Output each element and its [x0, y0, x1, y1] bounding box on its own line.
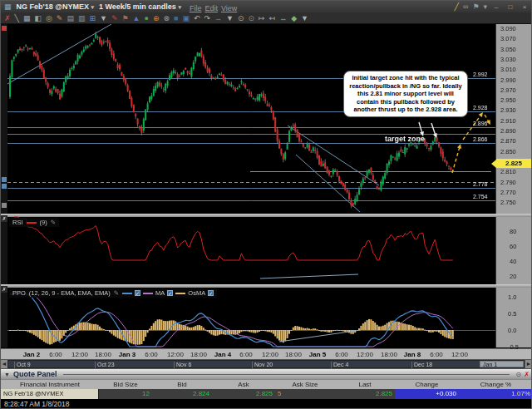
snap-right-tool-icon[interactable]: ↤: [269, 14, 276, 22]
ask-size-cell[interactable]: 5: [275, 389, 335, 399]
ellipse-tool-icon[interactable]: ◎: [46, 14, 52, 22]
level-price-label: 2.866: [473, 136, 488, 142]
change-cell[interactable]: +0.030: [395, 389, 459, 399]
close-button[interactable]: ×: [520, 3, 530, 11]
chart-annotation-note[interactable]: Initial target zone hit with the typical…: [343, 71, 468, 117]
ppo-close-button[interactable]: ✗: [1, 286, 7, 293]
flag-tool-icon[interactable]: ⚑: [121, 14, 128, 22]
price-axis-tick: 2.790: [500, 179, 516, 186]
flag-dropdown-arrow[interactable]: ▾: [483, 2, 487, 11]
level-price-label: 2.778: [473, 181, 488, 187]
scrollbar-date-label: Dec 4: [331, 362, 348, 368]
layout-tool-icon[interactable]: ▥: [78, 14, 86, 22]
wrench-icon[interactable]: ╱: [455, 2, 459, 11]
time-axis[interactable]: Jan 26:0012:0018:00Jan 36:0012:0018:00Ja…: [1, 348, 532, 359]
menu-edit[interactable]: Edit: [204, 4, 218, 12]
ppo-axis-tick: 1.0: [508, 293, 516, 301]
last-cell[interactable]: 2.825: [335, 389, 395, 399]
chart-scrollbar[interactable]: ◄ Jan 1 Oct 9Oct 23Nov 6Nov 20Dec 4Dec 1…: [1, 359, 532, 369]
dropdown-arrow2-icon[interactable]: ▼: [226, 14, 234, 22]
column-header-ask[interactable]: Ask: [212, 381, 275, 388]
quote-settings-icon[interactable]: ⊙: [516, 371, 522, 378]
ppo-legend-checkbox-2[interactable]: ✓: [208, 290, 214, 296]
triangle-tool-icon[interactable]: ▲: [133, 14, 140, 22]
time-axis-tick: 18:00: [190, 351, 207, 358]
symbol-title[interactable]: NG Feb'18 @NYMEX ▾: [17, 2, 94, 11]
column-header-financial-instrument[interactable]: Financial Instrument: [1, 381, 99, 388]
scrollbar-track[interactable]: Jan 1 Oct 9Oct 23Nov 6Nov 20Dec 4Dec 18: [7, 360, 525, 368]
rsi-header[interactable]: RSI (9) ✎: [9, 218, 59, 227]
flag-icon[interactable]: ⚑: [472, 2, 479, 11]
price-axis-tick: 2.910: [500, 117, 516, 125]
add-chart-tool-icon[interactable]: ⊞: [89, 14, 96, 22]
rsi-axis-tick: 80: [510, 228, 516, 235]
notes-tool-icon[interactable]: ▤: [66, 14, 74, 22]
column-header-change[interactable]: Change: [395, 381, 459, 388]
scroll-right-arrow[interactable]: ►: [525, 360, 532, 368]
scrollbar-thumb[interactable]: Jan 1: [480, 361, 524, 367]
bid-cell[interactable]: 2.824: [152, 389, 212, 399]
scroll-left-arrow[interactable]: ◄: [1, 360, 7, 368]
price-axis-tick: 3.090: [500, 25, 516, 32]
ask-cell[interactable]: 2.825: [212, 389, 275, 399]
grid-tool-icon[interactable]: ▦: [23, 14, 31, 22]
timeframe-title[interactable]: 1 Week/5 min candles ▾: [99, 2, 181, 11]
delete-tool-icon[interactable]: ✗: [4, 14, 11, 22]
minimize-button[interactable]: –: [491, 3, 501, 11]
rsi-close-button[interactable]: ✗: [1, 215, 7, 222]
instrument-cell[interactable]: NG Feb'18 @NYMEX: [1, 389, 99, 399]
arrow-tool-icon[interactable]: →: [214, 14, 222, 22]
price-axis-tick: 2.970: [500, 86, 516, 94]
column-header-last[interactable]: Last: [335, 381, 395, 388]
menu-view[interactable]: View: [221, 4, 237, 12]
undo-icon[interactable]: ↶: [194, 14, 200, 22]
marker-tool-icon[interactable]: ✎: [111, 14, 118, 22]
rsi-param: (9): [40, 219, 47, 226]
rsi-axis-tick: 60: [510, 243, 516, 250]
symbol-dropdown-arrow[interactable]: ▾: [91, 4, 94, 10]
trendline-tool-icon[interactable]: ╲: [15, 14, 19, 22]
maximize-button[interactable]: □: [505, 3, 515, 11]
change-pct-cell[interactable]: 1.07%: [459, 389, 532, 399]
column-header-change-[interactable]: Change %: [459, 381, 532, 388]
column-header-bid-size[interactable]: Bid Size: [99, 381, 152, 388]
ppo-legend-checkbox-0[interactable]: ✓: [135, 290, 140, 296]
time-axis-tick: 18:00: [95, 351, 111, 358]
expand-tool-icon[interactable]: ↔: [279, 14, 287, 22]
timeframe-dropdown-arrow[interactable]: ▾: [178, 4, 181, 10]
ppo-header[interactable]: PPO (12, 26, 9 - EMA, EMA, EMA) ✎ ✓MA✓Os…: [9, 288, 217, 298]
redo-icon[interactable]: ↷: [204, 14, 210, 22]
trading-app-window: ▦ NG Feb'18 @NYMEX ▾ 1 Week/5 min candle…: [0, 0, 532, 409]
dropdown-arrow3-icon[interactable]: ▼: [301, 14, 308, 22]
zoom-in-tool-icon[interactable]: ⊙: [238, 14, 244, 22]
column-header-bid[interactable]: Bid: [152, 381, 212, 388]
target-zone-label[interactable]: target zone: [385, 135, 425, 143]
rsi-settings-icon[interactable]: ✎: [51, 219, 56, 226]
pencil-tool-icon[interactable]: ✎: [57, 14, 63, 22]
scrollbar-date-label: Oct 9: [14, 362, 31, 368]
link-icon[interactable]: ∞: [463, 2, 468, 11]
quote-panel-icons: ⊙✗: [516, 371, 530, 378]
column-header-ask-size[interactable]: Ask Size: [275, 381, 335, 388]
dropdown-arrow-icon[interactable]: ▼: [100, 14, 107, 22]
quote-panel-collapse-arrow[interactable]: ▼: [4, 372, 10, 377]
ppo-legend-swatch-1: [143, 293, 153, 294]
fib-tool-icon[interactable]: ◧: [34, 14, 42, 22]
box-tool-icon[interactable]: ■: [174, 14, 178, 22]
dot-tool-icon[interactable]: ●: [144, 14, 148, 22]
ppo-settings-icon[interactable]: ✎: [114, 289, 119, 297]
box2-tool-icon[interactable]: ▣: [182, 14, 190, 22]
menu-file[interactable]: File: [190, 4, 202, 12]
snap-left-tool-icon[interactable]: ↦: [259, 14, 265, 22]
misc-tool-icon[interactable]: ⊗: [163, 14, 170, 22]
quote-panel-header[interactable]: ▼ Quote Panel ⊙✗: [1, 369, 532, 379]
magnet-tool-icon[interactable]: ◆: [291, 14, 297, 22]
quote-close-icon[interactable]: ✗: [524, 371, 530, 378]
ppo-legend-checkbox-1[interactable]: ✓: [167, 290, 173, 296]
quote-panel-row[interactable]: NG Feb'18 @NYMEX122.8242.82552.825+0.030…: [1, 389, 532, 399]
target-tool-icon[interactable]: ⊕: [153, 14, 160, 22]
zoom-out-tool-icon[interactable]: ⊙: [249, 14, 255, 22]
price-axis-tick: 2.850: [500, 148, 516, 155]
bid-size-cell[interactable]: 12: [99, 389, 152, 399]
ppo-axis-tick: 0.5: [508, 310, 516, 318]
